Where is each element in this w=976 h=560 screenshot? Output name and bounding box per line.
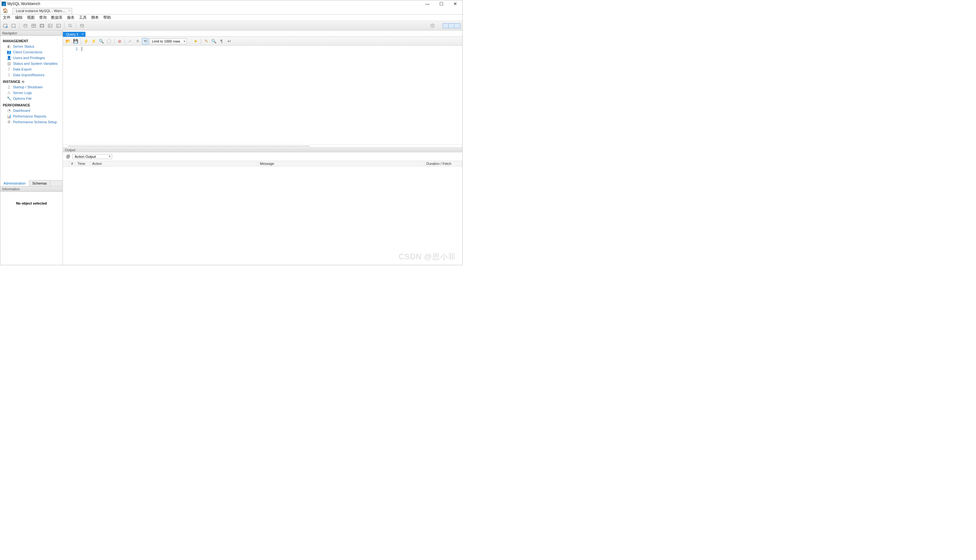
cancel-edit-icon[interactable]: ⊘ [116,38,123,45]
update-icon[interactable] [429,23,435,29]
maximize-button[interactable]: ☐ [438,1,444,7]
invisible-chars-icon[interactable]: ¶ [218,38,225,45]
nav-item-status-vars[interactable]: ▤Status and System Variables [1,61,62,67]
nav-item-server-logs[interactable]: ⚠Server Logs [1,90,62,96]
line-gutter: 1 [63,46,80,144]
splitter-handle[interactable] [63,144,462,147]
close-button[interactable]: ✕ [452,1,459,7]
main-body: Navigator MANAGEMENT ◐Server Status 👥Cli… [0,30,462,265]
nav-item-data-export[interactable]: ⤴Data Export [1,67,62,72]
commit-icon[interactable]: ✔ [127,38,133,45]
open-sql-file-icon[interactable] [10,23,17,29]
line-number-1: 1 [63,47,78,51]
stop-icon[interactable]: ◯ [106,38,112,45]
server-status-icon: ◐ [7,44,11,48]
toolbar-sep [19,23,20,28]
editor-body: 1 Output 🗐 Action Output [63,46,462,265]
nav-item-options-file[interactable]: 🔧Options File [1,96,62,101]
tool-search-icon[interactable] [67,23,73,29]
section-management: MANAGEMENT [1,37,62,43]
startup-icon: ▯ [7,85,11,89]
menu-scripting[interactable]: 脚本 [91,15,99,20]
new-sql-tab-icon[interactable] [2,23,8,29]
tab-close-icon[interactable]: × [68,9,70,12]
col-time: Time [76,162,90,165]
connection-tab[interactable]: Local instance MySQL - Warn… × [12,8,72,14]
menu-query[interactable]: 查询 [39,15,47,20]
tool-add-view-icon[interactable] [39,23,45,29]
svg-point-3 [24,24,27,25]
tab-schemas[interactable]: Schemas [29,180,50,186]
minimize-button[interactable]: — [424,1,430,7]
rollback-icon[interactable]: ✖ [134,38,141,45]
find-icon[interactable]: 🔍 [211,38,217,45]
output-copy-icon[interactable]: 🗐 [65,153,71,160]
nav-item-startup-shutdown[interactable]: ▯Startup / Shutdown [1,84,62,90]
menu-edit[interactable]: 编辑 [15,15,23,20]
limit-rows-select[interactable]: Limit to 1000 rows [150,38,187,44]
beautify-icon[interactable]: ✎ [203,38,209,45]
nav-item-server-status[interactable]: ◐Server Status [1,43,62,49]
nav-item-dashboard[interactable]: ◔Dashboard [1,108,62,113]
output-type-select[interactable]: Action Output [72,154,112,159]
output-toolbar: 🗐 Action Output [63,152,462,161]
tool-add-schema-icon[interactable] [22,23,28,29]
save-file-icon[interactable]: 💾 [72,38,79,45]
menu-database[interactable]: 数据库 [51,15,63,20]
window-title: MySQL Workbench [7,2,424,6]
col-action: Action [90,162,258,165]
svg-line-14 [71,27,72,28]
query-toolbar: 📂 💾 ⚡ ⚡ 🔍 ◯ ⊘ ✔ ✖ ⟲ Limit to 1000 rows ★ [63,37,462,46]
limit-rows-label: Limit to 1000 rows [152,39,180,43]
nav-item-data-import[interactable]: ⤵Data Import/Restore [1,72,62,78]
toggle-secondary-icon[interactable] [454,23,460,28]
output-header: Output [63,147,462,152]
editor-tab-query1[interactable]: Query 1 × [63,32,85,37]
schema-setup-icon: ⚙ [7,120,11,124]
toggle-sidebar-icon[interactable] [443,23,449,28]
col-message: Message [258,162,424,165]
menu-help[interactable]: 帮助 [103,15,111,20]
nav-item-users-privileges[interactable]: 👤Users and Privileges [1,55,62,61]
tool-add-func-icon[interactable]: () [55,23,62,29]
navigator-header: Navigator [0,30,63,36]
menu-server[interactable]: 服务 [67,15,75,20]
toggle-output-icon[interactable] [449,23,454,28]
instance-refresh-icon[interactable]: ⟲ [22,80,24,83]
open-file-icon[interactable]: 📂 [65,38,71,45]
dashboard-icon: ◔ [7,108,11,113]
execute-icon[interactable]: ⚡ [83,38,89,45]
tool-add-table-icon[interactable] [30,23,37,29]
tool-reconnect-icon[interactable] [79,23,85,29]
svg-point-13 [68,24,71,27]
tab-administration[interactable]: Administration [0,180,29,186]
svg-text:(): () [57,25,59,27]
connection-tab-label: Local instance MySQL - Warn… [16,9,65,13]
editor-tab-row: Query 1 × [63,30,462,37]
autocommit-toggle-icon[interactable]: ⟲ [142,38,148,45]
col-duration: Duration / Fetch [424,162,462,165]
home-icon: 🏠 [3,8,8,13]
menu-view[interactable]: 视图 [27,15,35,20]
tool-add-proc-icon[interactable]: fn [47,23,53,29]
home-button[interactable]: 🏠 [0,7,10,14]
explain-icon[interactable]: 🔍 [98,38,105,45]
code-editor[interactable]: 1 [63,46,462,144]
svg-rect-8 [41,25,43,27]
favorite-icon[interactable]: ★ [192,38,199,45]
menu-file[interactable]: 文件 [3,15,10,20]
nav-item-perf-schema-setup[interactable]: ⚙Performance Schema Setup [1,119,62,125]
execute-current-icon[interactable]: ⚡ [90,38,97,45]
nav-item-perf-reports[interactable]: 📊Performance Reports [1,113,62,119]
panel-toggles[interactable] [442,23,460,28]
wrap-icon[interactable]: ↩ [226,38,232,45]
information-header: Information [0,186,63,192]
code-content[interactable] [80,46,462,144]
menu-tools[interactable]: 工具 [79,15,87,20]
editor-tab-close-icon[interactable]: × [82,32,83,36]
navigator-tabs: Administration Schemas [0,180,63,186]
editor-tab-label: Query 1 [66,32,78,36]
nav-item-client-connections[interactable]: 👥Client Connections [1,49,62,55]
section-performance: PERFORMANCE [1,101,62,108]
menu-bar: 文件 编辑 视图 查询 数据库 服务 工具 脚本 帮助 [0,15,462,21]
